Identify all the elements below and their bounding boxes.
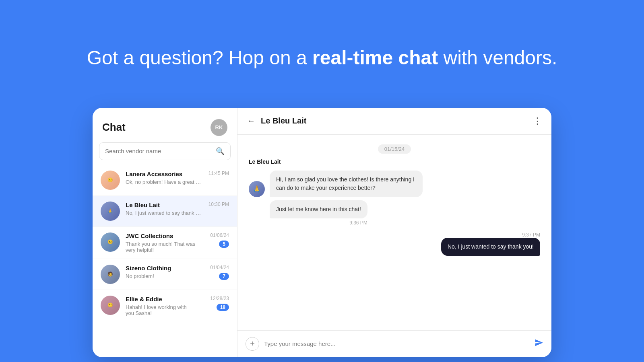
chat-vendor-name: Le Bleu Lait — [261, 116, 533, 125]
add-attachment-button[interactable]: + — [246, 337, 259, 351]
sender-avatar: 🙏 — [249, 181, 265, 197]
message-content: 9:37 PM No, I just wanted to say thank y… — [441, 230, 540, 256]
vendor-name: Ellie & Eddie — [126, 296, 204, 302]
avatar: 🙂 — [101, 171, 120, 190]
message-preview: Thank you so much! That wasvery helpful! — [126, 241, 204, 253]
message-bubble: Just let me know here in this chat! — [270, 200, 367, 218]
search-icon: 🔍 — [216, 147, 225, 156]
chat-info: JWC Collections Thank you so much! That … — [126, 232, 204, 253]
list-item[interactable]: 🙏 Le Bleu Lait No, I just wanted to say … — [93, 196, 237, 227]
list-item[interactable]: 🙂 Lanera Accessories Ok, no problem! Hav… — [93, 165, 237, 196]
message-preview: No problem! — [126, 273, 204, 279]
chat-panel: ← Le Bleu Lait ⋮ 01/15/24 Le Bleu Lait 🙏… — [237, 108, 551, 357]
message-time: 01/06/24 — [210, 232, 229, 238]
hero-title: Got a question? Hop on a real-time chat … — [0, 46, 644, 70]
message-bubble: Hi, I am so glad you love the clothes! I… — [270, 171, 423, 197]
avatar: 🧑 — [101, 265, 120, 284]
hero-section: Got a question? Hop on a real-time chat … — [0, 0, 644, 108]
message-group: 9:37 PM No, I just wanted to say thank y… — [249, 230, 540, 256]
avatar: 🙂 — [101, 296, 120, 315]
message-content: Just let me know here in this chat! 9:36… — [270, 200, 367, 226]
message-bubble: No, I just wanted to say thank you! — [441, 238, 540, 256]
more-options-button[interactable]: ⋮ — [533, 116, 542, 126]
message-row: 9:37 PM No, I just wanted to say thank y… — [441, 230, 540, 256]
avatar: 😐 — [101, 232, 120, 252]
list-item[interactable]: 🙂 Ellie & Eddie Hahah! I love working wi… — [93, 290, 237, 322]
message-time: 12/28/23 — [210, 296, 229, 301]
hero-bold: real-time chat — [312, 47, 438, 68]
chat-list: 🙂 Lanera Accessories Ok, no problem! Hav… — [93, 165, 237, 357]
message-preview: Ok, no problem! Have a great day! — [126, 179, 203, 185]
sidebar-title: Chat — [102, 121, 126, 134]
app-window: Chat RK 🔍 🙂 Lanera Accessories Ok, no pr… — [93, 108, 551, 357]
list-item[interactable]: 😐 JWC Collections Thank you so much! Tha… — [93, 227, 237, 259]
avatar: 🙏 — [101, 202, 120, 221]
search-input[interactable] — [105, 148, 216, 154]
message-content: Hi, I am so glad you love the clothes! I… — [270, 171, 423, 197]
sender-name: Le Bleu Lait — [249, 158, 540, 165]
chat-input-bar: + — [237, 330, 551, 357]
chat-meta: 11:45 PM — [208, 171, 229, 176]
vendor-name: Sizeno Clothing — [126, 265, 204, 272]
sidebar: Chat RK 🔍 🙂 Lanera Accessories Ok, no pr… — [93, 108, 237, 357]
search-bar[interactable]: 🔍 — [99, 142, 231, 160]
message-preview: Hahah! I love working withyou Sasha! — [126, 304, 204, 316]
send-button[interactable] — [535, 338, 543, 350]
message-time: 9:36 PM — [349, 220, 367, 226]
message-preview: No, I just wanted to say thank you! — [126, 210, 203, 216]
chat-meta: 10:30 PM — [208, 202, 229, 207]
back-button[interactable]: ← — [247, 116, 255, 125]
list-item[interactable]: 🧑 Sizeno Clothing No problem! 01/04/24 7 — [93, 259, 237, 290]
unread-badge: 5 — [219, 241, 229, 248]
message-time: 9:37 PM — [522, 232, 540, 238]
message-row: 🙏 Hi, I am so glad you love the clothes!… — [249, 171, 540, 197]
message-group: Le Bleu Lait 🙏 Hi, I am so glad you love… — [249, 158, 540, 226]
message-time: 01/04/24 — [210, 265, 229, 270]
unread-badge: 7 — [219, 273, 229, 280]
vendor-name: JWC Collections — [126, 232, 204, 239]
chat-info: Ellie & Eddie Hahah! I love working with… — [126, 296, 204, 316]
chat-messages: 01/15/24 Le Bleu Lait 🙏 Hi, I am so glad… — [237, 135, 551, 330]
chat-info: Le Bleu Lait No, I just wanted to say th… — [126, 202, 203, 216]
unread-badge: 18 — [217, 304, 229, 311]
vendor-name: Le Bleu Lait — [126, 202, 203, 208]
chat-header: ← Le Bleu Lait ⋮ — [237, 108, 551, 135]
chat-info: Lanera Accessories Ok, no problem! Have … — [126, 171, 203, 185]
sidebar-header: Chat RK — [93, 108, 237, 142]
chat-info: Sizeno Clothing No problem! — [126, 265, 204, 279]
user-avatar: RK — [211, 119, 227, 136]
message-time: 11:45 PM — [208, 171, 229, 176]
message-time: 10:30 PM — [208, 202, 229, 207]
date-divider: 01/15/24 — [378, 144, 411, 154]
chat-meta: 12/28/23 18 — [210, 296, 229, 311]
chat-meta: 01/06/24 5 — [210, 232, 229, 248]
second-bubble-row: Just let me know here in this chat! 9:36… — [270, 200, 540, 226]
vendor-name: Lanera Accessories — [126, 171, 203, 177]
message-input[interactable] — [264, 340, 530, 347]
chat-meta: 01/04/24 7 — [210, 265, 229, 280]
